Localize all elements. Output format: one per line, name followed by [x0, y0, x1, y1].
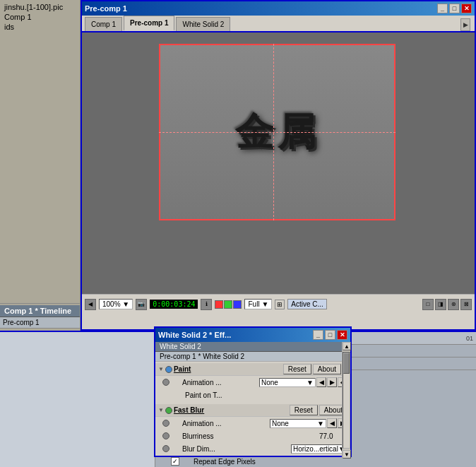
precomp-tab-label[interactable]: Pre-comp 1 — [0, 317, 80, 329]
active-camera[interactable]: Active C... — [287, 299, 327, 309]
fastblur-section: ▼ Fast Blur Reset About Animation ... No… — [155, 403, 350, 467]
paint-animation-dropdown[interactable]: None ▼ — [259, 378, 316, 387]
fastblur-section-header: ▼ Fast Blur Reset About — [155, 404, 350, 417]
fastblur-effect-icon — [165, 407, 172, 414]
eff-close-btn[interactable]: ✕ — [337, 330, 347, 340]
color-box-green — [224, 300, 232, 309]
effects-dialog-title: White Solid 2 * Eff... — [158, 331, 231, 339]
effects-scroll-up[interactable]: ▲ — [343, 342, 351, 350]
fastblur-animation-label: Animation ... — [171, 420, 270, 427]
paint-section: ▼ Paint Reset About ▶ Animation ... None… — [155, 362, 350, 403]
paint-section-header: ▼ Paint Reset About ▶ — [155, 363, 350, 376]
scroll-thumb — [343, 353, 350, 374]
color-box-red — [215, 300, 223, 309]
blurriness-row: Blurriness 77.0 — [155, 430, 350, 442]
tab-precomp1[interactable]: Pre-comp 1 — [124, 16, 174, 31]
paint-expand-icon: ▼ — [158, 366, 164, 372]
precomp-maximize-btn[interactable]: □ — [449, 4, 460, 13]
paint-animation-row: Animation ... None ▼ ◀ ▶ ◆ — [155, 376, 350, 389]
effects-scroll-thumb[interactable] — [343, 352, 350, 449]
paint-on-t-text: Paint on T... — [174, 391, 347, 399]
fastblur-animation-row: Animation ... None ▼ ◀ ▶ — [155, 417, 350, 430]
fastblur-animation-dropdown[interactable]: None ▼ — [270, 419, 326, 428]
left-panel-top: jinshu.[1-100].pic Comp 1 ids — [0, 0, 80, 304]
ruler-label-2: 01 — [466, 335, 473, 342]
fastblur-reset-btn[interactable]: Reset — [290, 405, 318, 415]
effects-subtitle: White Solid 2 — [155, 342, 350, 352]
status-timecode: 0:00:03:24 — [150, 300, 198, 309]
timeline-title: Comp 1 * Timeline — [0, 305, 80, 317]
status-icon-r2[interactable]: ◨ — [435, 299, 446, 310]
fastblur-nav-prev[interactable]: ◀ — [327, 418, 337, 428]
status-bar: ◀ 100% ▼ 📷 0:00:03:24 ℹ Full ▼ ⊞ Active … — [82, 294, 475, 314]
repeat-edge-checkbox[interactable]: ✓ — [171, 457, 179, 466]
paint-animation-label: Animation ... — [171, 379, 259, 386]
effects-titlebar: White Solid 2 * Eff... _ □ ✕ — [155, 328, 350, 342]
tab-bar: Comp 1 Pre-comp 1 White Solid 2 ▶ — [82, 16, 475, 32]
status-icon-info[interactable]: ℹ — [201, 299, 212, 310]
fastblur-section-name: Fast Blur — [174, 406, 288, 414]
zoom-control[interactable]: 100% ▼ — [99, 299, 133, 309]
status-icon-r1[interactable]: □ — [422, 299, 434, 310]
bpc-label: ids — [4, 23, 76, 31]
status-icon-left[interactable]: ◀ — [85, 299, 96, 310]
repeat-edge-row: ✓ Repeat Edge Pixels — [155, 455, 350, 467]
status-icon-r4[interactable]: ⊠ — [460, 299, 472, 310]
paint-reset-btn[interactable]: Reset — [283, 364, 311, 374]
canvas-area: 金属 — [82, 32, 475, 294]
paint-on-t-row: Paint on T... — [155, 389, 350, 401]
effects-path: Pre-comp 1 * White Solid 2 — [155, 352, 350, 362]
canvas-text: 金属 — [235, 107, 320, 158]
eff-maximize-btn[interactable]: □ — [325, 330, 335, 340]
blurriness-icon — [162, 432, 169, 439]
paint-section-name: Paint — [174, 365, 282, 373]
fastblur-expand-icon: ▼ — [158, 407, 164, 413]
precomp-close-btn[interactable]: ✕ — [461, 4, 472, 13]
effects-scroll: ▲ ▼ — [342, 342, 350, 459]
effects-scroll-down[interactable]: ▼ — [343, 450, 351, 459]
precomp-minimize-btn[interactable]: _ — [437, 4, 448, 13]
blur-dim-label: Blur Dim... — [171, 445, 291, 453]
quality-control[interactable]: Full ▼ — [244, 299, 272, 309]
blur-dim-icon — [162, 445, 169, 452]
color-box-blue — [233, 300, 242, 309]
status-icon-r3[interactable]: ⊛ — [448, 299, 459, 310]
color-boxes — [215, 300, 242, 309]
file-name: jinshu.[1-100].pic — [4, 3, 76, 11]
paint-anim-icon — [162, 379, 169, 386]
fastblur-anim-icon — [162, 420, 169, 427]
tab-comp1[interactable]: Comp 1 — [85, 17, 122, 31]
precomp-window: Pre-comp 1 _ □ ✕ Comp 1 Pre-comp 1 White… — [81, 0, 476, 331]
precomp-titlebar: Pre-comp 1 _ □ ✕ — [82, 1, 475, 16]
effects-dialog: White Solid 2 * Eff... _ □ ✕ White Solid… — [154, 326, 352, 457]
precomp-win-controls: _ □ ✕ — [437, 4, 472, 13]
repeat-edge-label: Repeat Edge Pixels — [182, 458, 347, 466]
paint-nav-prev[interactable]: ◀ — [316, 377, 326, 387]
tab-whitesolid2[interactable]: White Solid 2 — [176, 17, 230, 31]
effects-win-controls: _ □ ✕ — [313, 330, 347, 340]
eff-minimize-btn[interactable]: _ — [313, 330, 323, 340]
timeline-left-panel — [0, 332, 155, 467]
status-icon-camera[interactable]: 📷 — [136, 299, 147, 310]
paint-nav-next[interactable]: ▶ — [327, 377, 337, 387]
comp-name: Comp 1 — [4, 13, 76, 21]
grid-btn[interactable]: ⊞ — [275, 300, 285, 309]
tab-scroll-right[interactable]: ▶ — [460, 18, 470, 31]
paint-effect-icon — [165, 366, 172, 373]
blur-dim-row: Blur Dim... Horizo...ertical ▼ — [155, 442, 350, 455]
precomp-title: Pre-comp 1 — [85, 4, 127, 13]
blurriness-label: Blurriness — [171, 432, 319, 440]
blur-dim-dropdown[interactable]: Horizo...ertical ▼ — [291, 444, 347, 454]
comp-canvas: 金属 — [159, 44, 395, 220]
paint-about-btn[interactable]: About — [313, 364, 341, 374]
